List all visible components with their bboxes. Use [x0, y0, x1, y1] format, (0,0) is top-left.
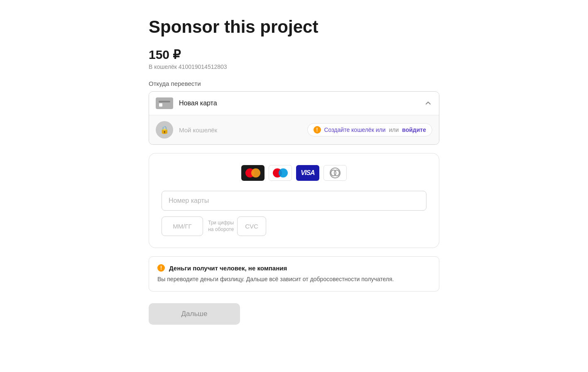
login-link[interactable]: войдите [402, 126, 426, 133]
continue-button[interactable]: Дальше [149, 303, 240, 325]
wallet-option[interactable]: 🔒 Мой кошелёк ! Создайте кошелёк или или… [149, 115, 439, 144]
wallet-login-prompt: ! Создайте кошелёк или или войдите [307, 123, 433, 136]
diners-logo [323, 165, 347, 181]
info-icon: ! [314, 126, 321, 134]
source-section-label: Откуда перевести [149, 80, 439, 87]
maestro-circle-right [279, 168, 288, 177]
wallet-label: В кошелёк 410019014512803 [149, 63, 439, 70]
cvc-group: Три цифры на обороте [208, 216, 266, 236]
card-bottom-fields: Три цифры на обороте [162, 216, 426, 236]
card-number-input[interactable] [162, 191, 426, 211]
dropdown-selected-option[interactable]: Новая карта [149, 92, 439, 115]
page-title: Sponsor this project [149, 17, 439, 37]
payment-source-dropdown: Новая карта 🔒 Мой кошелёк ! Создайте кош… [149, 91, 439, 145]
amount-value: 150 ₽ [149, 47, 439, 62]
card-form-container: VISA Три цифры на обороте [149, 153, 439, 248]
chevron-up-icon [424, 99, 432, 107]
wallet-option-label: Мой кошелёк [179, 126, 217, 134]
info-banner-text: Вы переводите деньги физлицу. Дальше всё… [157, 275, 431, 284]
maestro-logo [269, 165, 292, 181]
expiry-input[interactable] [162, 216, 203, 236]
new-card-icon [156, 97, 173, 109]
mastercard-logo [241, 165, 265, 181]
info-banner: ! Деньги получит человек, не компания Вы… [149, 256, 439, 292]
cvc-input[interactable] [237, 216, 266, 236]
visa-text: VISA [301, 169, 314, 177]
visa-logo: VISA [296, 165, 319, 181]
mc-circle-right [251, 168, 260, 177]
cvc-hint: Три цифры на обороте [208, 220, 234, 233]
dropdown-selected-label: Новая карта [179, 100, 217, 107]
page-container: Sponsor this project 150 ₽ В кошелёк 410… [149, 8, 439, 333]
wallet-icon: 🔒 [156, 121, 173, 139]
card-logos: VISA [162, 165, 426, 181]
info-banner-title: ! Деньги получит человек, не компания [157, 264, 431, 272]
create-wallet-link[interactable]: Создайте кошелёк или [324, 126, 386, 133]
amount-section: 150 ₽ В кошелёк 410019014512803 [149, 47, 439, 70]
info-banner-icon: ! [157, 264, 165, 272]
